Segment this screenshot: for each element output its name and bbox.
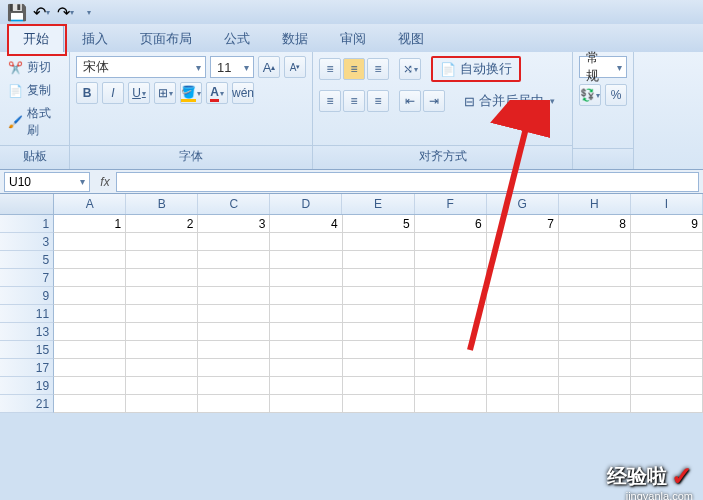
- cell[interactable]: [126, 305, 198, 323]
- tab-insert[interactable]: 插入: [68, 25, 122, 52]
- cell[interactable]: [559, 359, 631, 377]
- cell[interactable]: 5: [343, 215, 415, 233]
- cell[interactable]: [559, 341, 631, 359]
- cell[interactable]: [487, 233, 559, 251]
- cell[interactable]: [198, 251, 270, 269]
- cell[interactable]: [54, 269, 126, 287]
- cell[interactable]: [198, 233, 270, 251]
- cell[interactable]: [631, 269, 703, 287]
- qat-customize[interactable]: ▾: [78, 2, 100, 22]
- font-size-select[interactable]: 11: [210, 56, 254, 78]
- row-header[interactable]: 17: [0, 359, 54, 377]
- cell[interactable]: [343, 233, 415, 251]
- cell[interactable]: [559, 323, 631, 341]
- select-all-corner[interactable]: [0, 194, 54, 214]
- cell[interactable]: [198, 269, 270, 287]
- cell[interactable]: [198, 359, 270, 377]
- cell[interactable]: [54, 377, 126, 395]
- fill-color-button[interactable]: 🪣: [180, 82, 202, 104]
- row-header[interactable]: 7: [0, 269, 54, 287]
- cell[interactable]: [415, 377, 487, 395]
- decrease-font-button[interactable]: A▾: [284, 56, 306, 78]
- cell[interactable]: [343, 359, 415, 377]
- increase-indent-button[interactable]: ⇥: [423, 90, 445, 112]
- cell[interactable]: [559, 233, 631, 251]
- cell[interactable]: 8: [559, 215, 631, 233]
- cell[interactable]: [270, 287, 342, 305]
- cell[interactable]: [198, 377, 270, 395]
- cell[interactable]: [487, 251, 559, 269]
- cell[interactable]: [270, 323, 342, 341]
- cell[interactable]: [631, 341, 703, 359]
- cell[interactable]: [487, 359, 559, 377]
- cell[interactable]: [487, 341, 559, 359]
- cell[interactable]: [126, 359, 198, 377]
- phonetic-button[interactable]: wén: [232, 82, 254, 104]
- cell[interactable]: [343, 251, 415, 269]
- row-header[interactable]: 19: [0, 377, 54, 395]
- align-center-button[interactable]: ≡: [343, 90, 365, 112]
- cell[interactable]: [270, 341, 342, 359]
- cell[interactable]: [270, 377, 342, 395]
- merge-center-button[interactable]: ⊟合并后居中: [455, 88, 564, 114]
- column-header[interactable]: F: [415, 194, 487, 214]
- cell[interactable]: [343, 323, 415, 341]
- cell[interactable]: [54, 233, 126, 251]
- tab-layout[interactable]: 页面布局: [126, 25, 206, 52]
- cell[interactable]: [415, 269, 487, 287]
- cell[interactable]: [343, 287, 415, 305]
- cell[interactable]: [487, 269, 559, 287]
- underline-button[interactable]: U: [128, 82, 150, 104]
- currency-button[interactable]: 💱: [579, 84, 601, 106]
- decrease-indent-button[interactable]: ⇤: [399, 90, 421, 112]
- cell[interactable]: [198, 395, 270, 413]
- cell[interactable]: [559, 251, 631, 269]
- cell[interactable]: [631, 395, 703, 413]
- undo-button[interactable]: ↶▾: [30, 2, 52, 22]
- row-header[interactable]: 5: [0, 251, 54, 269]
- cell[interactable]: [415, 305, 487, 323]
- cell[interactable]: [631, 287, 703, 305]
- cell[interactable]: [487, 377, 559, 395]
- cell[interactable]: [343, 341, 415, 359]
- formula-input[interactable]: [116, 172, 699, 192]
- cell[interactable]: [343, 377, 415, 395]
- cell[interactable]: [343, 305, 415, 323]
- tab-view[interactable]: 视图: [384, 25, 438, 52]
- column-header[interactable]: B: [126, 194, 198, 214]
- cell[interactable]: [631, 233, 703, 251]
- column-header[interactable]: A: [54, 194, 126, 214]
- percent-button[interactable]: %: [605, 84, 627, 106]
- cell[interactable]: [198, 305, 270, 323]
- number-format-select[interactable]: 常规: [579, 56, 627, 78]
- cell[interactable]: [198, 341, 270, 359]
- cell[interactable]: 9: [631, 215, 703, 233]
- cell[interactable]: [631, 305, 703, 323]
- save-button[interactable]: 💾: [6, 2, 28, 22]
- cell[interactable]: [270, 395, 342, 413]
- cell[interactable]: [198, 323, 270, 341]
- column-header[interactable]: H: [559, 194, 631, 214]
- cell[interactable]: [126, 251, 198, 269]
- tab-start[interactable]: 开始: [8, 24, 64, 52]
- row-header[interactable]: 11: [0, 305, 54, 323]
- cell[interactable]: [559, 395, 631, 413]
- cell[interactable]: [126, 395, 198, 413]
- tab-formula[interactable]: 公式: [210, 25, 264, 52]
- name-box[interactable]: U10: [4, 172, 90, 192]
- cell[interactable]: [487, 305, 559, 323]
- tab-review[interactable]: 审阅: [326, 25, 380, 52]
- cell[interactable]: [559, 305, 631, 323]
- align-middle-button[interactable]: ≡: [343, 58, 365, 80]
- cell[interactable]: [343, 269, 415, 287]
- row-header[interactable]: 3: [0, 233, 54, 251]
- cell[interactable]: 6: [415, 215, 487, 233]
- cell[interactable]: [126, 287, 198, 305]
- cell[interactable]: [487, 287, 559, 305]
- cell[interactable]: [54, 395, 126, 413]
- cell[interactable]: 7: [487, 215, 559, 233]
- cell[interactable]: [54, 305, 126, 323]
- cell[interactable]: [270, 251, 342, 269]
- cell[interactable]: [54, 359, 126, 377]
- format-painter-button[interactable]: 🖌️格式刷: [6, 102, 63, 142]
